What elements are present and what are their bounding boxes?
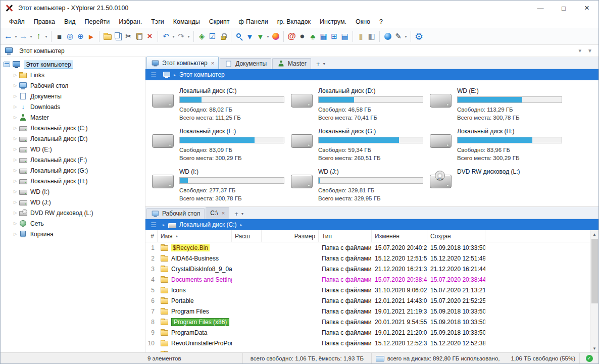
goto-icon[interactable]: ◈ (196, 30, 207, 43)
filter-icon[interactable]: ▼ (244, 30, 255, 43)
menu-tools[interactable]: Инструм. (315, 17, 351, 27)
tree-item-this-computer[interactable]: Этот компьютер (1, 59, 145, 70)
file-row-documents-and-settings[interactable]: 4 Documents and Settings Папка с файлами… (145, 274, 590, 285)
tile-view-icon[interactable]: ▦ (318, 30, 329, 43)
sphere-icon[interactable] (382, 30, 393, 43)
vertical-scrollbar[interactable]: ▲ ▼ (590, 230, 598, 352)
address-bar[interactable]: Этот компьютер ▾ ▼ (1, 45, 598, 57)
expander-icon[interactable]: ▷ (12, 189, 19, 194)
tree-item-drive-i[interactable]: ▷WD (I:) (1, 186, 145, 197)
tab-close-icon[interactable]: × (222, 210, 225, 216)
maximize-button[interactable]: □ (552, 1, 575, 16)
run-icon[interactable]: ► (86, 30, 96, 43)
column-header-size[interactable]: Размер (262, 230, 319, 242)
tree-item-recycle-bin[interactable]: ▷Корзина (1, 229, 145, 239)
menu-edit[interactable]: Правка (29, 17, 60, 27)
color-filter-icon[interactable]: ▼ (255, 30, 266, 43)
forward-dropdown-icon[interactable]: ▾ (29, 30, 33, 43)
settings-gear-icon[interactable]: ⚙ (414, 30, 424, 43)
menu-commands[interactable]: Команды (169, 17, 205, 27)
tab-close-icon[interactable]: × (211, 60, 214, 66)
expander-icon[interactable]: ▷ (12, 179, 19, 183)
tree-item-drive-e[interactable]: ▷WD (E:) (1, 144, 145, 154)
tree-item-documents[interactable]: ▷Документы (1, 91, 145, 101)
tree-item-drive-d[interactable]: ▷Локальный диск (D:) (1, 133, 145, 144)
paste-icon[interactable] (134, 30, 144, 43)
column-header-number[interactable]: # (145, 230, 158, 242)
tree-item-drive-c[interactable]: ▷Локальный диск (C:) (1, 123, 145, 133)
tree-item-network[interactable]: ▷Сеть (1, 218, 145, 229)
tab-drive-c[interactable]: C:\ × (206, 207, 229, 219)
file-row-aida64[interactable]: 2 AIDA64-Business Папка с файлами 15.12.… (145, 253, 590, 264)
tab-documents[interactable]: Документы (220, 58, 271, 69)
tags-icon[interactable]: @ (286, 30, 297, 43)
menu-tabsets[interactable]: гр. Вкладок (273, 17, 315, 27)
expander-icon[interactable]: ▷ (12, 136, 19, 141)
expander-icon[interactable]: ▷ (12, 200, 19, 204)
file-row-programdata[interactable]: 9 ProgramData Папка с файлами 19.01.2021… (145, 327, 590, 338)
expander-icon[interactable]: ▷ (12, 94, 19, 98)
address-filter-icon[interactable]: ▼ (587, 48, 592, 54)
drive-item-f[interactable]: Локальный диск (F:) Свободно: 83,09 ГБ В… (152, 127, 291, 167)
expander-icon[interactable]: ▷ (12, 232, 19, 236)
highlight-focus-icon[interactable]: ◎ (65, 30, 75, 43)
tree-item-master[interactable]: ▷Master (1, 112, 145, 123)
customize-dropdown-icon[interactable]: ▾ (404, 30, 408, 43)
file-row-program-files-x86[interactable]: 8 Program Files (x86) Папка с файлами 20… (145, 317, 590, 327)
label-icon[interactable]: ◧ (366, 30, 377, 43)
expander-icon[interactable]: ▷ (12, 221, 19, 226)
drive-item-e[interactable]: WD (E:) Свободно: 113,29 ГБ Всего места:… (430, 86, 598, 127)
menu-help[interactable]: ? (375, 17, 387, 27)
expander-icon[interactable]: ▷ (12, 126, 19, 130)
tab-desktop[interactable]: Рабочий стол (146, 208, 205, 219)
undo-icon[interactable]: ↶ (161, 30, 171, 43)
up-dropdown-icon[interactable]: ▾ (44, 30, 48, 43)
minimize-to-tray-icon[interactable]: ■ (54, 30, 65, 43)
scroll-up-icon[interactable]: ▲ (590, 230, 599, 238)
drive-item-d[interactable]: Локальный диск (D:) Свободно: 46,58 ГБ В… (291, 86, 430, 127)
tree-item-drive-h[interactable]: ▷Локальный диск (H:) (1, 176, 145, 186)
back-dropdown-icon[interactable]: ▾ (14, 30, 18, 43)
tree-toggle-icon[interactable]: ♣ (308, 30, 318, 43)
checkbox-selection-icon[interactable]: ☑ (207, 30, 218, 43)
file-row-program-files[interactable]: 7 Program Files Папка с файлами 19.01.20… (145, 306, 590, 317)
file-row-partial[interactable] (145, 348, 590, 352)
scroll-down-icon[interactable]: ▼ (590, 344, 599, 352)
file-row-crystaldiskinfo[interactable]: 3 CrystalDiskInfo8_9_0a Папка с файлами … (145, 264, 590, 274)
color-ball-icon[interactable] (270, 30, 281, 43)
column-header-created[interactable]: Создан (427, 230, 485, 242)
redo-icon[interactable]: ↷ (176, 30, 186, 43)
minimize-button[interactable]: — (529, 1, 552, 16)
column-header-name[interactable]: Имя▲ (158, 230, 232, 242)
menu-go[interactable]: Перейти (80, 17, 115, 27)
scrollbar-thumb[interactable] (591, 239, 598, 303)
breadcrumb-segment[interactable]: Локальный диск (C:) (179, 221, 237, 228)
address-dropdown-icon[interactable]: ▾ (579, 47, 582, 54)
close-button[interactable]: × (575, 1, 598, 16)
menu-tags[interactable]: Тэги (146, 17, 169, 27)
new-folder-icon[interactable] (102, 30, 113, 43)
lock-icon[interactable] (218, 30, 228, 43)
breadcrumb-segment[interactable]: Этот компьютер (179, 71, 225, 78)
hamburger-menu-icon[interactable]: ☰ (148, 221, 159, 229)
hamburger-menu-icon[interactable]: ☰ (148, 71, 159, 79)
expander-icon[interactable]: ▷ (12, 158, 19, 162)
tab-list-dropdown-icon[interactable]: ▾ (241, 212, 243, 216)
new-tab-button[interactable]: + (232, 210, 241, 218)
menu-window[interactable]: Окно (351, 17, 375, 27)
column-header-type[interactable]: Тип (319, 230, 372, 242)
copy-icon[interactable] (113, 30, 123, 43)
redo-dropdown-icon[interactable]: ▾ (186, 30, 191, 43)
drive-item-dvd-l[interactable]: DVD DVD RW дисковод (L:) (430, 167, 598, 206)
drive-item-c[interactable]: Локальный диск (C:) Свободно: 88,02 ГБ В… (152, 86, 291, 127)
spot-color-icon[interactable]: ● (297, 30, 308, 43)
back-icon[interactable]: ← (3, 30, 14, 43)
menu-script[interactable]: Скрипт (205, 17, 234, 27)
split-panes-icon[interactable]: ▤ (339, 30, 350, 43)
search-icon[interactable] (234, 30, 244, 43)
tree-item-drive-g[interactable]: ▷Локальный диск (G:) (1, 165, 145, 176)
tree-item-drive-j[interactable]: ▷WD (J:) (1, 197, 145, 207)
file-row-recycle-bin[interactable]: 1 $Recycle.Bin Папка с файлами 15.07.202… (145, 242, 590, 253)
report-view-icon[interactable]: ⊞ (329, 30, 339, 43)
file-row-revouninstaller[interactable]: 10 RevoUninstallerProPortable Папка с фа… (145, 338, 590, 348)
